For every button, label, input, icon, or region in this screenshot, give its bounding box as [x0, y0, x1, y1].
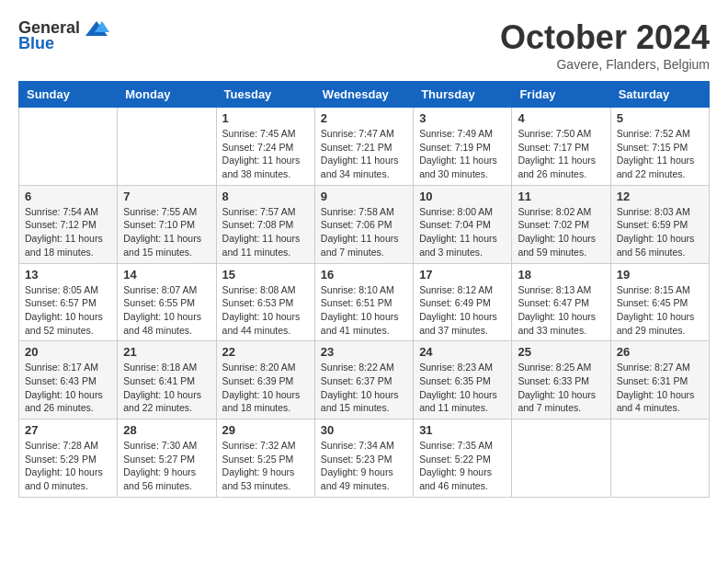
day-info: Sunrise: 7:32 AMSunset: 5:25 PMDaylight:…	[222, 439, 309, 493]
title-area: October 2024 Gavere, Flanders, Belgium	[500, 18, 710, 72]
calendar-week-3: 13Sunrise: 8:05 AMSunset: 6:57 PMDayligh…	[19, 263, 710, 341]
day-number: 22	[222, 345, 309, 359]
header-saturday: Saturday	[610, 82, 709, 108]
day-number: 10	[419, 190, 506, 203]
calendar-cell: 28Sunrise: 7:30 AMSunset: 5:27 PMDayligh…	[118, 419, 216, 498]
day-number: 14	[123, 268, 210, 282]
calendar-cell: 3Sunrise: 7:49 AMSunset: 7:19 PMDaylight…	[414, 108, 512, 186]
day-number: 28	[123, 423, 210, 437]
day-number: 6	[25, 190, 111, 203]
day-info: Sunrise: 8:25 AMSunset: 6:33 PMDaylight:…	[518, 361, 604, 415]
calendar-week-5: 27Sunrise: 7:28 AMSunset: 5:29 PMDayligh…	[19, 419, 710, 498]
calendar-cell: 13Sunrise: 8:05 AMSunset: 6:57 PMDayligh…	[19, 263, 118, 341]
header-tuesday: Tuesday	[216, 82, 314, 108]
day-info: Sunrise: 8:23 AMSunset: 6:35 PMDaylight:…	[419, 361, 506, 415]
header-sunday: Sunday	[19, 82, 118, 108]
header-monday: Monday	[118, 82, 216, 108]
day-number: 13	[25, 268, 111, 282]
day-info: Sunrise: 8:10 AMSunset: 6:51 PMDaylight:…	[321, 283, 407, 338]
calendar-table: Sunday Monday Tuesday Wednesday Thursday…	[18, 81, 710, 498]
day-info: Sunrise: 8:00 AMSunset: 7:04 PMDaylight:…	[419, 205, 506, 259]
day-info: Sunrise: 8:22 AMSunset: 6:37 PMDaylight:…	[321, 361, 407, 415]
day-info: Sunrise: 7:49 AMSunset: 7:19 PMDaylight:…	[419, 127, 506, 181]
day-info: Sunrise: 8:07 AMSunset: 6:55 PMDaylight:…	[123, 283, 210, 338]
calendar-cell: 5Sunrise: 7:52 AMSunset: 7:15 PMDaylight…	[610, 108, 709, 186]
day-number: 11	[518, 190, 604, 203]
day-info: Sunrise: 7:35 AMSunset: 5:22 PMDaylight:…	[419, 439, 506, 493]
day-info: Sunrise: 8:27 AMSunset: 6:31 PMDaylight:…	[617, 361, 703, 415]
calendar-cell: 9Sunrise: 7:58 AMSunset: 7:06 PMDaylight…	[314, 185, 413, 263]
month-title: October 2024	[500, 18, 710, 57]
header-thursday: Thursday	[414, 82, 512, 108]
calendar-cell: 22Sunrise: 8:20 AMSunset: 6:39 PMDayligh…	[216, 341, 314, 419]
calendar-cell	[19, 108, 118, 186]
day-number: 24	[419, 345, 506, 359]
day-number: 9	[321, 190, 407, 203]
day-info: Sunrise: 7:45 AMSunset: 7:24 PMDaylight:…	[222, 127, 309, 181]
day-info: Sunrise: 8:13 AMSunset: 6:47 PMDaylight:…	[518, 283, 604, 338]
day-number: 17	[419, 268, 506, 282]
day-number: 29	[222, 423, 309, 437]
day-number: 4	[518, 111, 604, 125]
day-number: 18	[518, 268, 604, 282]
calendar-cell: 14Sunrise: 8:07 AMSunset: 6:55 PMDayligh…	[118, 263, 216, 341]
calendar-cell: 20Sunrise: 8:17 AMSunset: 6:43 PMDayligh…	[19, 341, 118, 419]
calendar-cell: 1Sunrise: 7:45 AMSunset: 7:24 PMDaylight…	[216, 108, 314, 186]
calendar-cell: 21Sunrise: 8:18 AMSunset: 6:41 PMDayligh…	[118, 341, 216, 419]
day-info: Sunrise: 7:52 AMSunset: 7:15 PMDaylight:…	[617, 127, 703, 181]
day-number: 23	[321, 345, 407, 359]
day-number: 1	[222, 111, 309, 125]
day-info: Sunrise: 8:15 AMSunset: 6:45 PMDaylight:…	[617, 283, 703, 338]
day-number: 15	[222, 268, 309, 282]
calendar-cell: 12Sunrise: 8:03 AMSunset: 6:59 PMDayligh…	[610, 185, 709, 263]
day-info: Sunrise: 7:28 AMSunset: 5:29 PMDaylight:…	[25, 439, 111, 493]
day-info: Sunrise: 7:30 AMSunset: 5:27 PMDaylight:…	[123, 439, 210, 493]
logo: General Blue	[18, 18, 109, 53]
day-number: 20	[25, 345, 111, 359]
logo-blue-text: Blue	[18, 34, 54, 53]
header-friday: Friday	[512, 82, 610, 108]
calendar-cell: 4Sunrise: 7:50 AMSunset: 7:17 PMDaylight…	[512, 108, 610, 186]
calendar-cell: 29Sunrise: 7:32 AMSunset: 5:25 PMDayligh…	[216, 419, 314, 498]
day-number: 31	[419, 423, 506, 437]
calendar-cell: 8Sunrise: 7:57 AMSunset: 7:08 PMDaylight…	[216, 185, 314, 263]
day-number: 27	[25, 423, 111, 437]
day-info: Sunrise: 7:54 AMSunset: 7:12 PMDaylight:…	[25, 205, 111, 259]
day-info: Sunrise: 7:34 AMSunset: 5:23 PMDaylight:…	[321, 439, 407, 493]
day-info: Sunrise: 7:47 AMSunset: 7:21 PMDaylight:…	[321, 127, 407, 181]
calendar-week-1: 1Sunrise: 7:45 AMSunset: 7:24 PMDaylight…	[19, 108, 710, 186]
location: Gavere, Flanders, Belgium	[500, 57, 710, 72]
calendar-cell: 16Sunrise: 8:10 AMSunset: 6:51 PMDayligh…	[314, 263, 413, 341]
day-info: Sunrise: 8:17 AMSunset: 6:43 PMDaylight:…	[25, 361, 111, 415]
calendar-header-row: Sunday Monday Tuesday Wednesday Thursday…	[19, 82, 710, 108]
day-info: Sunrise: 7:50 AMSunset: 7:17 PMDaylight:…	[518, 127, 604, 181]
day-number: 12	[617, 190, 703, 203]
day-number: 16	[321, 268, 407, 282]
calendar-cell: 18Sunrise: 8:13 AMSunset: 6:47 PMDayligh…	[512, 263, 610, 341]
day-number: 30	[321, 423, 407, 437]
day-info: Sunrise: 8:02 AMSunset: 7:02 PMDaylight:…	[518, 205, 604, 259]
day-info: Sunrise: 8:18 AMSunset: 6:41 PMDaylight:…	[123, 361, 210, 415]
calendar-week-4: 20Sunrise: 8:17 AMSunset: 6:43 PMDayligh…	[19, 341, 710, 419]
day-info: Sunrise: 8:05 AMSunset: 6:57 PMDaylight:…	[25, 283, 111, 338]
calendar-cell	[610, 419, 709, 498]
calendar-cell: 31Sunrise: 7:35 AMSunset: 5:22 PMDayligh…	[414, 419, 512, 498]
day-number: 7	[123, 190, 210, 203]
calendar-cell: 19Sunrise: 8:15 AMSunset: 6:45 PMDayligh…	[610, 263, 709, 341]
calendar-cell: 30Sunrise: 7:34 AMSunset: 5:23 PMDayligh…	[314, 419, 413, 498]
day-number: 3	[419, 111, 506, 125]
calendar-cell: 11Sunrise: 8:02 AMSunset: 7:02 PMDayligh…	[512, 185, 610, 263]
calendar-cell: 24Sunrise: 8:23 AMSunset: 6:35 PMDayligh…	[414, 341, 512, 419]
page-header: General Blue October 2024 Gavere, Flande…	[18, 18, 710, 72]
calendar-cell: 26Sunrise: 8:27 AMSunset: 6:31 PMDayligh…	[610, 341, 709, 419]
day-number: 21	[123, 345, 210, 359]
day-number: 19	[617, 268, 703, 282]
calendar-cell: 2Sunrise: 7:47 AMSunset: 7:21 PMDaylight…	[314, 108, 413, 186]
calendar-cell: 10Sunrise: 8:00 AMSunset: 7:04 PMDayligh…	[414, 185, 512, 263]
calendar-cell: 6Sunrise: 7:54 AMSunset: 7:12 PMDaylight…	[19, 185, 118, 263]
calendar-cell: 25Sunrise: 8:25 AMSunset: 6:33 PMDayligh…	[512, 341, 610, 419]
day-number: 26	[617, 345, 703, 359]
calendar-week-2: 6Sunrise: 7:54 AMSunset: 7:12 PMDaylight…	[19, 185, 710, 263]
calendar-cell	[512, 419, 610, 498]
calendar-cell: 15Sunrise: 8:08 AMSunset: 6:53 PMDayligh…	[216, 263, 314, 341]
